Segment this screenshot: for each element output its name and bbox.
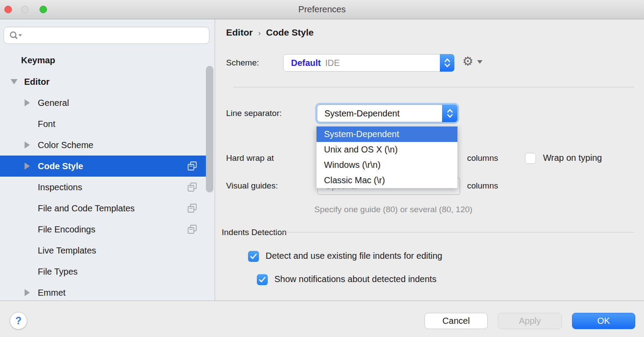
popup-option-windows[interactable]: Windows (\r\n) [317,157,457,173]
sidebar-item-color-scheme[interactable]: Color Scheme [0,134,215,156]
scheme-value: Default [291,58,321,68]
window-title: Preferences [0,0,644,19]
dropdown-spinner-icon[interactable] [442,105,457,122]
sidebar-scrollbar[interactable] [206,66,213,192]
disclosure-down-icon[interactable] [11,79,18,84]
popup-option-system-dependent[interactable]: System-Dependent [317,127,457,142]
popup-option-classic-mac[interactable]: Classic Mac (\r) [317,173,457,188]
sidebar-item-emmet[interactable]: Emmet [0,282,215,303]
disclosure-right-icon[interactable] [25,141,30,149]
section-divider [273,232,634,232]
sidebar-item-general[interactable]: General [0,92,215,113]
breadcrumb: Editor›Code Style [226,27,314,38]
breadcrumb-parent[interactable]: Editor [226,27,253,37]
show-notifications-label: Show notifications about detected indent… [274,274,436,284]
shared-settings-icon [187,203,197,213]
visual-guides-columns-label: columns [467,181,498,191]
detect-indents-label: Detect and use existing file indents for… [266,251,442,261]
question-mark-icon: ? [15,315,22,327]
scheme-dropdown[interactable]: Default IDE [283,54,454,72]
scheme-label: Scheme: [226,58,259,68]
breadcrumb-current: Code Style [266,27,314,37]
cancel-button[interactable]: Cancel [425,313,488,329]
indents-detection-title: Indents Detection [222,228,287,237]
help-button[interactable]: ? [10,312,27,330]
sidebar-item-editor[interactable]: Editor [0,71,215,92]
visual-guides-label: Visual guides: [226,181,278,191]
sidebar-item-keymap[interactable]: Keymap [0,50,215,71]
search-icon [9,31,22,40]
hard-wrap-label: Hard wrap at [226,153,274,163]
visual-guides-help-text: Specify one guide (80) or several (80, 1… [314,205,472,214]
gear-dropdown-arrow-icon[interactable] [477,60,482,64]
checkmark-icon [259,277,266,283]
line-separator-popup: System-Dependent Unix and OS X (\n) Wind… [316,126,458,188]
detect-indents-checkbox[interactable] [248,251,259,262]
shared-settings-icon [187,161,197,171]
sidebar-item-file-encodings[interactable]: File Encodings [0,219,215,240]
sidebar-item-inspections[interactable]: Inspections [0,177,215,198]
gear-icon[interactable]: ⚙ [462,55,473,68]
sidebar-item-live-templates[interactable]: Live Templates [0,240,215,261]
sidebar-item-file-types[interactable]: File Types [0,261,215,282]
ok-button[interactable]: OK [572,313,635,329]
disclosure-right-icon[interactable] [25,99,30,106]
sidebar-item-code-style[interactable]: Code Style [0,156,215,177]
shared-settings-icon [187,182,197,192]
disclosure-right-icon[interactable] [25,163,30,170]
popup-option-unix[interactable]: Unix and OS X (\n) [317,142,457,157]
title-bar: Preferences [0,0,644,19]
disclosure-right-icon[interactable] [25,289,30,296]
selection-highlight [0,156,206,177]
shared-settings-icon [187,225,197,234]
settings-sidebar: Keymap Editor General Font Color Scheme … [0,19,215,301]
line-separator-value: System-Dependent [324,109,399,119]
sidebar-item-font[interactable]: Font [0,113,215,134]
wrap-on-typing-label: Wrap on typing [543,153,602,163]
search-box[interactable] [4,27,209,44]
scheme-value-suffix: IDE [325,58,340,68]
sidebar-item-file-and-code-templates[interactable]: File and Code Templates [0,198,215,219]
breadcrumb-separator-icon: › [253,28,266,37]
footer-divider [0,301,644,301]
apply-button: Apply [498,313,562,329]
line-separator-select[interactable]: System-Dependent [317,105,457,122]
show-notifications-checkbox[interactable] [257,274,268,285]
wrap-on-typing-checkbox[interactable] [525,153,536,164]
checkmark-icon [250,254,257,259]
dropdown-spinner-icon[interactable] [440,54,454,72]
hard-wrap-columns-label: columns [467,153,498,163]
section-divider [234,87,634,87]
line-separator-label: Line separator: [226,109,282,118]
search-input[interactable] [25,29,209,43]
